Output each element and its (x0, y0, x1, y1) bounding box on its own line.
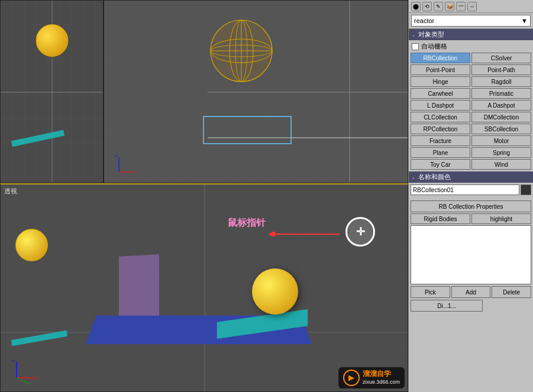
grid-svg-bottom (1, 184, 408, 391)
sphere-tr-container (209, 18, 274, 83)
section-minus-2: - (412, 174, 415, 181)
auto-grid-row: 自动栅格 (411, 42, 531, 51)
cursor-annotation: 鼠标指针 ✛ (345, 217, 375, 247)
toolbar-icon-4[interactable]: 📦 (445, 2, 454, 11)
section-minus-1: - (412, 31, 415, 38)
axis-bottom: X Z Y (9, 359, 39, 385)
pick-btn[interactable]: Pick (411, 286, 450, 298)
delete-btn[interactable]: Delete (492, 286, 531, 298)
box-tr (203, 116, 292, 144)
reactor-bar: reactor ▼ (409, 13, 533, 29)
color-swatch[interactable] (521, 184, 531, 195)
arrow-svg (269, 232, 340, 237)
sphere-svg (209, 18, 274, 83)
svg-text:Y: Y (29, 381, 33, 385)
svg-text:Z: Z (12, 359, 15, 362)
add-btn[interactable]: Add (451, 286, 491, 298)
toolbar-icon-5[interactable]: 〰 (456, 2, 466, 11)
svg-point-14 (211, 20, 272, 82)
viewport-bottom[interactable]: 透视 (0, 183, 408, 392)
type-btn-fracture[interactable]: Fracture (411, 135, 470, 146)
rb-props-section: RB Collection Properties Rigid Bodies hi… (409, 199, 533, 313)
type-btn-a-dashpot[interactable]: A Dashpot (471, 100, 531, 111)
svg-line-28 (17, 378, 28, 384)
extra-btn-row: Di...1... (411, 300, 531, 312)
sphere-tl (35, 24, 68, 57)
top-toolbar: ⬤ ⟲ ✎ 📦 〰 ↔ (409, 0, 533, 13)
name-color-section (409, 183, 533, 199)
type-btn-l-dashpot[interactable]: L Dashpot (411, 100, 470, 111)
type-btn-wind[interactable]: Wind (471, 159, 531, 170)
type-btn-motor[interactable]: Motor (471, 135, 531, 146)
svg-text:X: X (34, 375, 37, 381)
sphere-bottom (252, 268, 298, 315)
rigid-bodies-btn[interactable]: Rigid Bodies (411, 213, 470, 224)
type-btn-plane[interactable]: Plane (411, 147, 470, 158)
svg-text:Z: Z (115, 154, 118, 158)
type-btn-point-point[interactable]: Point-Point (411, 64, 470, 75)
toolbar-icon-1[interactable]: ⬤ (411, 2, 421, 11)
type-btn-prismatic[interactable]: Prismatic (471, 88, 531, 99)
toolbar-icon-2[interactable]: ⟲ (422, 2, 432, 11)
type-btn-toy-car[interactable]: Toy Car (411, 159, 470, 170)
rb-collection-properties-btn[interactable]: RB Collection Properties (411, 200, 531, 212)
reactor-dropdown[interactable]: reactor ▼ (411, 15, 531, 27)
type-btn-rpcollection[interactable]: RPCollection (411, 124, 470, 134)
type-btn-csolver[interactable]: CSolver (471, 53, 531, 63)
obj-type-header: - 对象类型 (409, 29, 533, 40)
rb-action-btns: Pick Add Delete (411, 286, 531, 298)
viewport-area: X Z 透视 (0, 0, 408, 392)
rb-list[interactable] (411, 225, 531, 284)
rb-sub-btns: Rigid Bodies highlight (411, 213, 531, 224)
right-panel: ⬤ ⟲ ✎ 📦 〰 ↔ reactor ▼ - 对象类型 自动栅格 (408, 0, 533, 392)
type-btn-rbcollection[interactable]: RBCollection (411, 53, 470, 63)
axis-tr: X Z (113, 154, 137, 178)
mouse-label: 鼠标指针 (228, 217, 266, 229)
type-btn-dmcollection[interactable]: DMCollection (471, 112, 531, 122)
type-btn-ragdoll[interactable]: Ragdoll (471, 76, 531, 87)
type-btn-carwheel[interactable]: Carwheel (411, 88, 470, 99)
toolbar-icon-6[interactable]: ↔ (467, 2, 477, 11)
extra-btn[interactable]: Di...1... (411, 300, 483, 312)
auto-grid-checkbox[interactable] (412, 43, 419, 50)
obj-type-section: 自动栅格 RBCollection CSolver Point-Point Po… (409, 40, 533, 171)
top-viewports: X Z (0, 0, 408, 183)
type-btn-hinge[interactable]: Hinge (411, 76, 470, 87)
cursor-circle: ✛ (345, 217, 375, 247)
type-btn-clcollection[interactable]: CLCollection (411, 112, 470, 122)
watermark: ▶ 溜溜自学 zixue.3d66.com (338, 367, 405, 388)
type-btn-sbcollection[interactable]: SBCollection (471, 124, 531, 134)
name-input[interactable] (411, 184, 519, 195)
type-btn-spring[interactable]: Spring (471, 147, 531, 158)
main-container: X Z 透视 (0, 0, 533, 392)
viewport-bottom-label: 透视 (4, 187, 17, 196)
watermark-logo: ▶ (343, 370, 360, 386)
svg-text:X: X (134, 169, 137, 175)
toolbar-icon-3[interactable]: ✎ (434, 2, 443, 11)
name-row (411, 184, 531, 195)
watermark-text: 溜溜自学 zixue.3d66.com (363, 370, 400, 385)
svg-rect-20 (1, 184, 408, 391)
viewport-top-left[interactable] (0, 0, 104, 183)
name-color-header: - 名称和颜色 (409, 171, 533, 183)
type-buttons-grid: RBCollection CSolver Point-Point Point-P… (411, 53, 531, 170)
type-btn-point-path[interactable]: Point-Path (471, 64, 531, 75)
highlight-btn[interactable]: highlight (471, 213, 531, 224)
sphere-tl-bottom (15, 229, 48, 261)
cursor-cross: ✛ (356, 225, 365, 238)
viewport-top-right[interactable]: X Z (104, 0, 408, 183)
